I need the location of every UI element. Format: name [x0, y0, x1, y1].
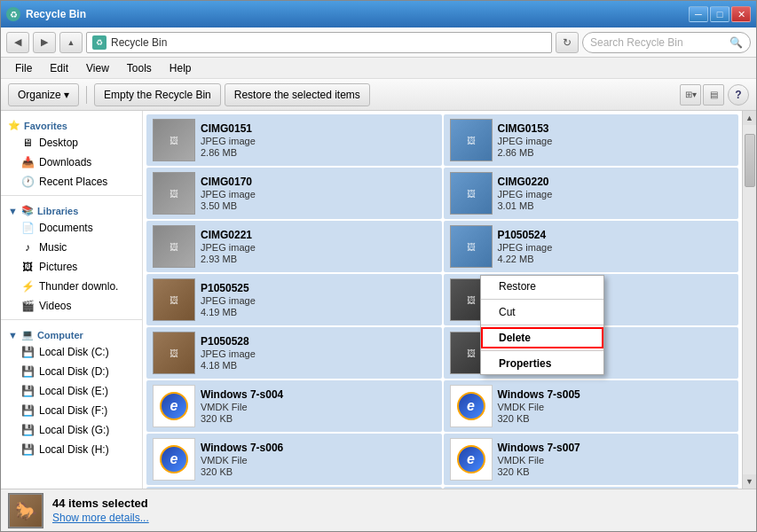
file-thumb: e: [450, 438, 493, 481]
recent-icon: 🕐: [20, 175, 35, 189]
address-text: Recycle Bin: [111, 36, 167, 49]
sidebar-item-videos[interactable]: 🎬 Videos: [1, 296, 142, 316]
sidebar-item-music[interactable]: ♪ Music: [1, 238, 142, 257]
status-bar: 🐎 44 items selected Show more details...: [1, 489, 756, 531]
scroll-thumb[interactable]: [745, 134, 755, 187]
restore-selected-button[interactable]: Restore the selected items: [225, 83, 370, 106]
sidebar-item-downloads[interactable]: 📥 Downloads: [1, 153, 142, 172]
file-item[interactable]: eWindows 7-s007VMDK File320 KB: [444, 434, 739, 485]
show-details-link[interactable]: Show more details...: [52, 512, 149, 524]
sidebar-item-label: Videos: [39, 300, 71, 312]
context-separator-1: [481, 299, 603, 300]
sidebar-item-g[interactable]: 💾 Local Disk (G:): [1, 420, 142, 440]
pane-button[interactable]: ▤: [703, 84, 724, 106]
view-toggle-button[interactable]: ⊞▾: [680, 84, 701, 106]
refresh-button[interactable]: ↻: [556, 32, 579, 53]
scroll-down-button[interactable]: ▼: [743, 474, 757, 489]
file-name: P1050524: [498, 229, 553, 241]
file-item[interactable]: 🖼CIMG0221JPEG image2.93 MB: [146, 221, 442, 272]
maximize-button[interactable]: □: [710, 6, 729, 22]
menu-tools[interactable]: Tools: [120, 60, 159, 76]
file-info: CIMG0221JPEG image2.93 MB: [201, 229, 256, 264]
file-item[interactable]: 🖼CIMG0151JPEG image2.86 MB: [146, 114, 442, 166]
file-item[interactable]: eWindows 7-s008VMDK FileVMDK Fi...: [146, 487, 442, 489]
search-placeholder: Search Recycle Bin: [590, 36, 683, 49]
file-name: Windows 7-s007: [498, 442, 580, 454]
file-info: P1050525JPEG image4.19 MB: [201, 282, 256, 317]
file-item[interactable]: eWindows 7-s005VMDK File320 KB: [444, 380, 739, 432]
menu-view[interactable]: View: [79, 60, 116, 76]
context-cut[interactable]: Cut: [481, 301, 603, 323]
file-info: CIMG0170JPEG image3.50 MB: [201, 176, 256, 211]
file-item[interactable]: 🖼P1050525JPEG image4.19 MB: [146, 274, 442, 325]
title-bar-controls: ─ □ ✕: [689, 6, 751, 22]
file-item[interactable]: 🖼CIMG0220JPEG image3.01 MB: [444, 168, 739, 219]
sidebar-item-c[interactable]: 💾 Local Disk (C:): [1, 342, 142, 362]
file-size: 3.50 MB: [201, 200, 256, 211]
menu-edit[interactable]: Edit: [43, 60, 75, 76]
file-info: CIMG0153JPEG image2.86 MB: [498, 122, 553, 158]
disk-d-icon: 💾: [20, 364, 35, 379]
address-field[interactable]: ♻ Recycle Bin: [86, 32, 552, 53]
file-size: 2.93 MB: [201, 254, 256, 264]
help-button[interactable]: ?: [728, 84, 749, 106]
file-item[interactable]: 🖼P1050528JPEG image4.18 MB: [146, 327, 442, 379]
computer-header[interactable]: ▼ 💻 Computer: [1, 324, 142, 342]
thunder-icon: ⚡: [20, 279, 35, 293]
organize-button[interactable]: Organize ▾: [8, 83, 79, 106]
file-size: 4.19 MB: [201, 307, 256, 317]
file-item[interactable]: eWindows 7-s009VMDK FileVMDK Fi...: [444, 487, 739, 489]
minimize-button[interactable]: ─: [689, 6, 708, 22]
favorites-header[interactable]: ⭐ Favorites: [1, 114, 142, 133]
file-item[interactable]: eWindows 7-s006VMDK File320 KB: [146, 434, 442, 485]
file-info: Windows 7-s005VMDK File320 KB: [498, 388, 580, 424]
sidebar-item-documents[interactable]: 📄 Documents: [1, 218, 142, 238]
scroll-up-button[interactable]: ▲: [743, 111, 757, 125]
sidebar-item-thunder[interactable]: ⚡ Thunder downlo...: [1, 277, 142, 296]
file-info: CIMG0151JPEG image2.86 MB: [201, 122, 256, 158]
scroll-track: [743, 125, 756, 474]
file-thumb: 🖼: [450, 119, 493, 161]
downloads-icon: 📥: [20, 155, 35, 169]
close-button[interactable]: ✕: [731, 6, 751, 22]
forward-button[interactable]: ▶: [33, 32, 56, 53]
libraries-label: Libraries: [37, 206, 78, 216]
file-info: Windows 7-s006VMDK File320 KB: [201, 442, 283, 477]
view-buttons: ⊞▾ ▤: [680, 84, 724, 106]
context-properties[interactable]: Properties: [481, 353, 603, 374]
sidebar-item-h[interactable]: 💾 Local Disk (H:): [1, 440, 142, 459]
sidebar-item-f[interactable]: 💾 Local Disk (F:): [1, 401, 142, 420]
sidebar-item-e[interactable]: 💾 Local Disk (E:): [1, 381, 142, 401]
sidebar-item-d[interactable]: 💾 Local Disk (D:): [1, 362, 142, 381]
file-info: CIMG0220JPEG image3.01 MB: [498, 176, 553, 211]
sidebar-item-label: Local Disk (E:): [39, 385, 108, 397]
file-name: CIMG0170: [201, 176, 256, 188]
search-box[interactable]: Search Recycle Bin 🔍: [582, 32, 751, 53]
sidebar-divider-1: [1, 195, 142, 196]
file-type: JPEG image: [498, 136, 553, 146]
back-button[interactable]: ◀: [6, 32, 29, 53]
file-item[interactable]: 🖼P1050524JPEG image4.22 MB: [444, 221, 739, 272]
file-item[interactable]: 🖼CIMG0153JPEG image2.86 MB: [444, 114, 739, 166]
up-button[interactable]: ▲: [59, 32, 83, 53]
desktop-icon: 🖥: [20, 136, 35, 150]
sidebar-item-label: Local Disk (C:): [39, 346, 109, 358]
file-size: 3.01 MB: [498, 200, 553, 211]
file-item[interactable]: 🖼CIMG0170JPEG image3.50 MB: [146, 168, 442, 219]
file-name: CIMG0221: [201, 229, 256, 241]
context-delete[interactable]: Delete: [481, 327, 603, 348]
libraries-header[interactable]: ▼ 📚 Libraries: [1, 200, 142, 218]
context-restore[interactable]: Restore: [481, 276, 603, 297]
sidebar-item-pictures[interactable]: 🖼 Pictures: [1, 257, 142, 277]
file-type: JPEG image: [201, 295, 256, 306]
menu-file[interactable]: File: [8, 60, 39, 76]
sidebar-item-desktop[interactable]: 🖥 Desktop: [1, 133, 142, 153]
file-type: JPEG image: [498, 242, 553, 253]
menu-help[interactable]: Help: [162, 60, 199, 76]
empty-recycle-button[interactable]: Empty the Recycle Bin: [94, 83, 221, 106]
file-size: 320 KB: [498, 466, 580, 477]
file-size: 4.18 MB: [201, 360, 256, 371]
sidebar-item-recent[interactable]: 🕐 Recent Places: [1, 172, 142, 192]
file-name: P1050528: [201, 335, 256, 348]
file-item[interactable]: eWindows 7-s004VMDK File320 KB: [146, 380, 442, 432]
